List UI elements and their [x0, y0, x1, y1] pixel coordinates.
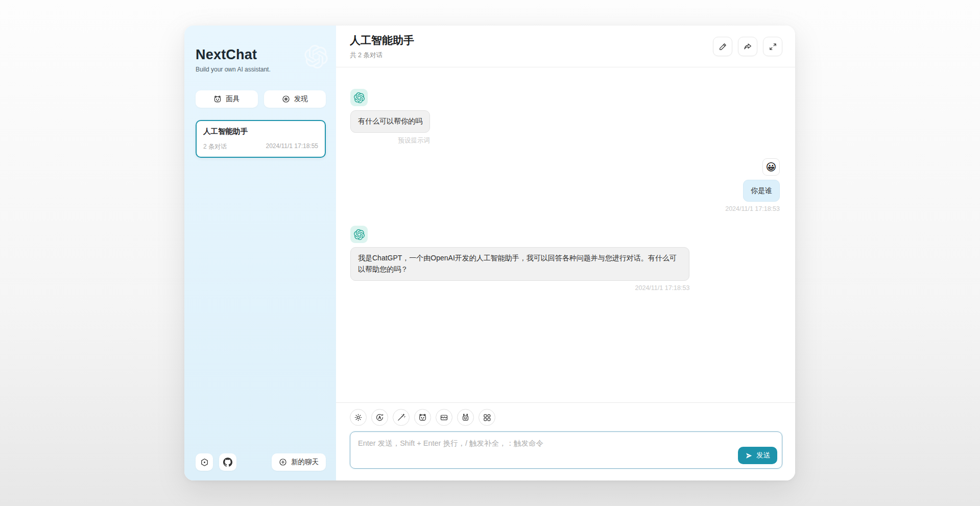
- message-list[interactable]: 有什么可以帮你的吗 预设提示词 😀 你是谁 2024/11/1 17:18:53: [336, 67, 795, 402]
- bot-avatar: [350, 89, 368, 106]
- chat-item-meta: 2 条对话 2024/11/1 17:18:55: [203, 142, 318, 151]
- robot-icon: [461, 413, 470, 422]
- input-area: 发送: [350, 431, 782, 471]
- chat-list: 人工智能助手 2 条对话 2024/11/1 17:18:55: [196, 120, 326, 158]
- chat-settings-button[interactable]: [350, 409, 367, 426]
- bot-avatar: [350, 226, 368, 243]
- fullscreen-button[interactable]: [763, 37, 782, 56]
- message-group: 我是ChatGPT，一个由OpenAI开发的人工智能助手，我可以回答各种问题并与…: [350, 243, 689, 291]
- prompt-button[interactable]: [393, 409, 410, 426]
- new-chat-button[interactable]: 新的聊天: [272, 453, 326, 471]
- user-avatar: 😀: [762, 158, 780, 176]
- share-button[interactable]: [738, 37, 757, 56]
- fullscreen-icon: [769, 42, 777, 51]
- message-timestamp: 2024/11/1 17:18:53: [635, 284, 690, 292]
- github-icon: [223, 457, 232, 467]
- bot-message: 我是ChatGPT，一个由OpenAI开发的人工智能助手，我可以回答各种问题并与…: [350, 226, 780, 291]
- chat-item-count: 2 条对话: [203, 142, 227, 151]
- mask-icon: [213, 95, 222, 103]
- chat-item-time: 2024/11/1 17:18:55: [266, 142, 318, 151]
- mask-button-label: 面具: [226, 94, 240, 104]
- chat-panel: 人工智能助手 共 2 条对话: [336, 26, 795, 480]
- composer-toolbar: [350, 409, 782, 426]
- theme-icon: [375, 413, 384, 422]
- discover-button-label: 发现: [294, 94, 308, 104]
- chat-list-item-selected[interactable]: 人工智能助手 2 条对话 2024/11/1 17:18:55: [196, 120, 326, 158]
- clear-context-button[interactable]: [436, 409, 452, 426]
- prompt-icon: [397, 413, 405, 422]
- bot-message: 有什么可以帮你的吗 预设提示词: [350, 89, 780, 145]
- message-group: 你是谁 2024/11/1 17:18:53: [725, 176, 780, 213]
- discover-button[interactable]: 发现: [264, 90, 326, 108]
- session-title[interactable]: 人工智能助手: [350, 33, 414, 47]
- plugin-button[interactable]: [479, 409, 495, 426]
- theme-toggle-button[interactable]: [371, 409, 388, 426]
- openai-logo-icon: [354, 92, 365, 103]
- mask-icon: [418, 413, 427, 422]
- openai-logo-icon: [354, 229, 365, 240]
- model-select-button[interactable]: [457, 409, 474, 426]
- send-button[interactable]: 发送: [738, 447, 777, 464]
- plugin-grid-icon: [483, 413, 491, 422]
- clear-context-icon: [440, 413, 448, 422]
- settings-button[interactable]: [196, 453, 213, 471]
- mask-button[interactable]: 面具: [196, 90, 258, 108]
- new-chat-label: 新的聊天: [291, 457, 319, 467]
- chat-input[interactable]: [350, 431, 782, 469]
- composer: 发送: [336, 402, 795, 480]
- add-circle-icon: [279, 458, 287, 466]
- gear-icon: [354, 413, 363, 422]
- message-timestamp: 2024/11/1 17:18:53: [725, 205, 780, 212]
- message-footer: 预设提示词: [398, 136, 431, 145]
- edit-icon: [719, 42, 727, 51]
- chat-item-title: 人工智能助手: [203, 127, 318, 136]
- rename-button[interactable]: [713, 37, 732, 56]
- openai-logo-watermark-icon: [304, 45, 328, 68]
- message-bubble[interactable]: 有什么可以帮你的吗: [350, 110, 430, 133]
- user-message: 😀 你是谁 2024/11/1 17:18:53: [350, 158, 780, 213]
- sidebar-bottom-bar: 新的聊天: [196, 453, 326, 471]
- send-plane-icon: [745, 452, 753, 460]
- user-avatar-emoji: 😀: [766, 162, 777, 172]
- sidebar: NextChat Build your own AI assistant. 面具: [184, 26, 336, 480]
- github-button[interactable]: [219, 453, 236, 471]
- chat-header-text: 人工智能助手 共 2 条对话: [350, 33, 414, 60]
- nextchat-window: NextChat Build your own AI assistant. 面具: [184, 26, 795, 480]
- chat-header: 人工智能助手 共 2 条对话: [336, 26, 795, 67]
- discover-icon: [282, 95, 290, 103]
- send-button-label: 发送: [756, 451, 770, 460]
- settings-icon: [200, 458, 209, 467]
- desktop-background: NextChat Build your own AI assistant. 面具: [0, 0, 980, 506]
- session-subtitle: 共 2 条对话: [350, 51, 414, 60]
- message-bubble[interactable]: 我是ChatGPT，一个由OpenAI开发的人工智能助手，我可以回答各种问题并与…: [350, 247, 689, 280]
- share-icon: [743, 42, 752, 51]
- message-group: 有什么可以帮你的吗 预设提示词: [350, 106, 430, 145]
- header-actions: [713, 37, 782, 56]
- sidebar-button-row: 面具 发现: [196, 90, 326, 108]
- mask-toolbar-button[interactable]: [414, 409, 431, 426]
- message-bubble[interactable]: 你是谁: [743, 180, 780, 202]
